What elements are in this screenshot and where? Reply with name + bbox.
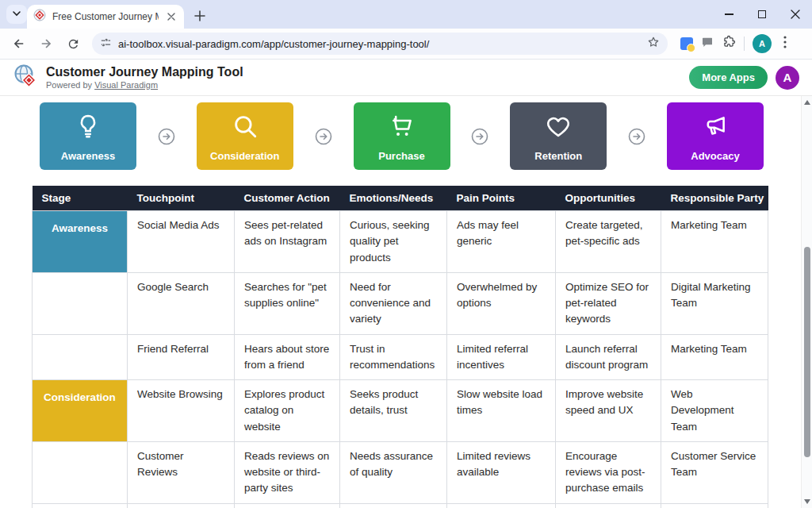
reload-icon	[67, 37, 80, 51]
scrollbar-thumb[interactable]	[804, 247, 810, 457]
flow-arrow-icon	[470, 127, 489, 146]
forward-button[interactable]	[35, 33, 57, 55]
more-apps-button[interactable]: More Apps	[689, 66, 768, 89]
table-cell-pain-points: Limited reviews available	[447, 441, 556, 503]
table-cell-emotions-needs: Trust in recommendations	[340, 334, 447, 380]
stage-card-consideration[interactable]: Consideration	[197, 102, 293, 170]
user-avatar[interactable]: A	[776, 66, 799, 90]
table-cell-opportunities: Improve website speed and UX	[556, 380, 661, 442]
minimize-button[interactable]	[712, 0, 745, 29]
site-info-icon[interactable]	[100, 37, 112, 52]
table-cell-emotions-needs: Curious, seeking quality pet products	[340, 211, 447, 273]
stage-label: Awareness	[61, 150, 115, 162]
stage-card-awareness[interactable]: Awareness	[40, 102, 136, 170]
stage-label: Advocacy	[691, 150, 739, 162]
table-cell-pain-points: Slow website load times	[447, 380, 556, 442]
visual-paradigm-link[interactable]: Visual Paradigm	[94, 80, 158, 90]
flow-arrow-icon	[314, 127, 333, 146]
table-cell-emotions-needs: Needs assurance of quality	[340, 441, 447, 503]
table-cell-customer-action: Searches for "pet supplies online"	[235, 272, 340, 334]
megaphone-icon	[702, 113, 729, 140]
scroll-down-icon[interactable]	[804, 499, 810, 504]
journey-flow: AwarenessConsiderationPurchaseRetentionA…	[40, 102, 764, 170]
stage-cell	[33, 441, 128, 503]
profile-avatar[interactable]: A	[753, 34, 772, 53]
table-cell-opportunities: Create targeted, pet-specific ads	[556, 211, 661, 273]
tab-title: Free Customer Journey Mappin	[52, 11, 159, 22]
window-controls	[712, 0, 812, 29]
table-cell-emotions-needs: Seeks product details, trust	[340, 380, 447, 442]
table-cell-pain-points: Ads may feel generic	[447, 211, 556, 273]
table-cell-emotions-needs: Price sensitivity,	[340, 503, 447, 508]
column-header: Touchpoint	[128, 186, 235, 211]
stage-cell	[33, 503, 128, 508]
stage-card-retention[interactable]: Retention	[510, 102, 607, 170]
url-bar[interactable]: ai-toolbox.visual-paradigm.com/app/custo…	[92, 33, 668, 55]
reload-button[interactable]	[62, 33, 84, 55]
tab-close-icon[interactable]	[165, 10, 178, 23]
url-text[interactable]: ai-toolbox.visual-paradigm.com/app/custo…	[118, 38, 641, 50]
lightbulb-icon	[75, 113, 102, 140]
visual-paradigm-logo	[13, 64, 38, 92]
table-cell-touchpoint: Google Search	[128, 272, 235, 334]
page-content: AwarenessConsiderationPurchaseRetentionA…	[0, 96, 801, 508]
heart-icon	[545, 113, 572, 140]
journey-table: StageTouchpointCustomer ActionEmotions/N…	[32, 186, 768, 508]
table-cell-touchpoint: Website Browsing	[128, 380, 235, 442]
table-cell-touchpoint: Comparison	[128, 503, 235, 508]
table-cell-emotions-needs: Need for convenience and variety	[340, 272, 447, 334]
table-cell-opportunities: Encourage reviews via post-purchase emai…	[556, 441, 661, 503]
table-row: ConsiderationWebsite BrowsingExplores pr…	[33, 380, 768, 442]
app-header: Customer Journey Mapping Tool Powered by…	[0, 59, 812, 96]
table-row: Friend ReferralHears about store from a …	[33, 334, 768, 380]
app-title-block: Customer Journey Mapping Tool Powered by…	[46, 65, 243, 89]
bookmark-star-icon[interactable]	[647, 36, 660, 52]
table-row: AwarenessSocial Media AdsSees pet-relate…	[33, 211, 768, 273]
table-cell-customer-action: Sees pet-related ads on Instagram	[235, 211, 340, 273]
back-icon	[12, 37, 26, 51]
table-cell-responsible-party: Digital Marketing Team	[661, 272, 768, 334]
column-header: Emotions/Needs	[340, 186, 447, 211]
table-header-row: StageTouchpointCustomer ActionEmotions/N…	[33, 186, 768, 211]
table-cell-opportunities: Optimize SEO for pet-related keywords	[556, 272, 661, 334]
stage-card-advocacy[interactable]: Advocacy	[667, 102, 764, 170]
tab-strip: Free Customer Journey Mappin	[0, 0, 812, 29]
chat-icon[interactable]	[701, 36, 714, 52]
table-cell-pain-points: Limited referral incentives	[447, 334, 556, 380]
table-cell-pain-points: Overwhelmed by options	[447, 272, 556, 334]
menu-kebab-icon[interactable]	[779, 36, 791, 52]
tab-search-button[interactable]	[6, 5, 27, 24]
close-button[interactable]	[779, 0, 812, 29]
table-cell-responsible-party: Web Development Team	[661, 380, 768, 442]
stage-cell	[33, 334, 128, 380]
toolbar-divider	[744, 37, 745, 51]
toolbar-icons: A	[680, 34, 791, 53]
cart-icon	[389, 113, 416, 140]
new-tab-button[interactable]	[189, 5, 211, 27]
table-cell-customer-action: Reads reviews on website or third-party …	[235, 441, 340, 503]
table-row: Customer ReviewsReads reviews on website…	[33, 441, 768, 503]
minimize-icon	[725, 13, 733, 15]
table-cell-opportunities: Display transparent	[556, 503, 661, 508]
column-header: Responsible Party	[661, 186, 768, 211]
vertical-scrollbar[interactable]	[801, 96, 812, 508]
table-row: ComparisonCompares pricesPrice sensitivi…	[33, 503, 768, 508]
favicon	[33, 9, 46, 25]
table-cell-touchpoint: Friend Referral	[128, 334, 235, 380]
extension-icon[interactable]	[680, 37, 693, 50]
stage-label: Retention	[534, 150, 582, 162]
stage-cell	[33, 272, 128, 334]
back-button[interactable]	[8, 33, 30, 55]
column-header: Customer Action	[235, 186, 340, 211]
stage-cell: Consideration	[33, 380, 128, 442]
table-cell-customer-action: Explores product catalog on website	[235, 380, 340, 442]
scroll-up-icon[interactable]	[804, 100, 810, 105]
maximize-button[interactable]	[745, 0, 779, 29]
extensions-puzzle-icon[interactable]	[722, 35, 736, 52]
stage-card-purchase[interactable]: Purchase	[354, 102, 450, 170]
page-title: Customer Journey Mapping Tool	[46, 65, 243, 79]
table-cell-responsible-party: Marketing Team	[661, 503, 768, 508]
powered-by: Powered by Visual Paradigm	[46, 80, 243, 90]
browser-tab[interactable]: Free Customer Journey Mappin	[27, 5, 184, 29]
table-cell-customer-action: Compares prices	[235, 503, 340, 508]
